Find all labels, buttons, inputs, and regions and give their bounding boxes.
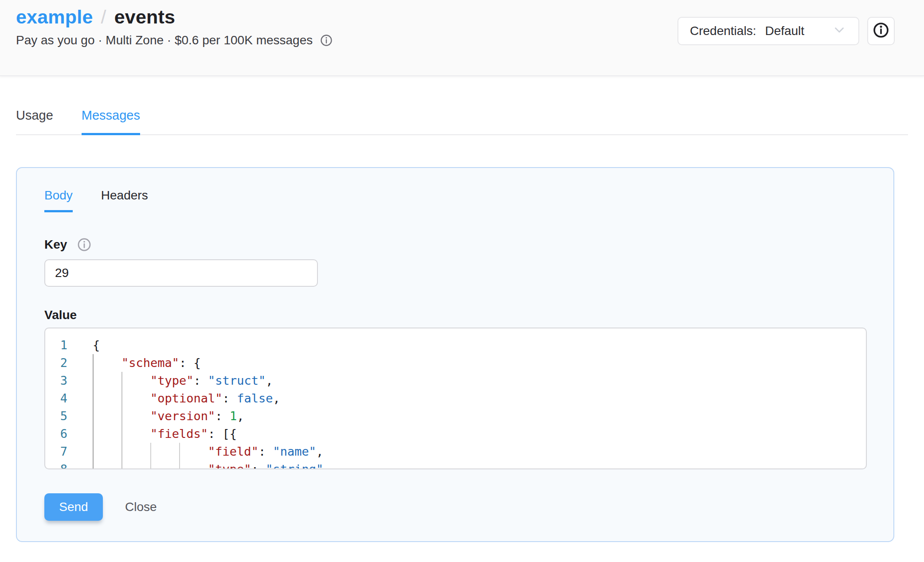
actions-row: Send Close [44, 493, 866, 521]
line-number: 8 [45, 461, 67, 469]
indent-guide [121, 372, 122, 390]
credentials-selected-value: Default [765, 24, 804, 38]
code-line: 2 "schema": { [45, 354, 866, 372]
tab-messages[interactable]: Messages [82, 108, 140, 134]
indent-guide [93, 372, 94, 390]
indent-guide [93, 425, 94, 443]
value-field-label-row: Value [44, 308, 866, 322]
indent-guide [121, 390, 122, 407]
indent-guide [150, 461, 151, 469]
tab-headers[interactable]: Headers [101, 188, 148, 212]
plan-subtitle: Pay as you go · Multi Zone · $0.6 per 10… [16, 33, 313, 47]
message-part-tabs: Body Headers [44, 188, 866, 212]
indent-guide [93, 390, 94, 407]
pricing-info-icon[interactable] [320, 34, 333, 47]
indent-guide [93, 461, 94, 469]
tab-body[interactable]: Body [44, 188, 73, 212]
code-line: 1{ [45, 336, 866, 354]
indent-guide [179, 461, 180, 469]
page-title: events [114, 6, 175, 28]
line-number: 2 [45, 354, 67, 372]
key-info-icon[interactable] [77, 237, 92, 252]
line-number: 3 [45, 372, 67, 390]
info-icon [872, 21, 890, 41]
value-label: Value [44, 308, 77, 322]
indent-guide [121, 443, 122, 461]
chevron-down-icon [832, 22, 847, 40]
breadcrumb-separator: / [101, 6, 106, 28]
indent-guide [121, 407, 122, 425]
produce-message-panel: Body Headers Key Value 1{2 "schema": {3 … [16, 167, 894, 542]
credentials-info-button[interactable] [867, 17, 895, 45]
line-number: 6 [45, 425, 67, 443]
indent-guide [121, 461, 122, 469]
breadcrumb-cluster-link[interactable]: example [16, 6, 93, 28]
value-editor[interactable]: 1{2 "schema": {3 "type": "struct",4 "opt… [44, 328, 867, 469]
code-line: 6 "fields": [{ [45, 425, 866, 443]
key-field-label-row: Key [44, 237, 866, 252]
main-content: Usage Messages Body Headers Key Value 1{… [0, 108, 924, 542]
code-line: 7 "field": "name", [45, 443, 866, 461]
key-label: Key [44, 238, 67, 252]
send-button[interactable]: Send [44, 493, 103, 521]
topic-tabs: Usage Messages [16, 108, 908, 135]
line-number: 7 [45, 443, 67, 461]
indent-guide [179, 443, 180, 461]
value-editor-lines: 1{2 "schema": {3 "type": "struct",4 "opt… [45, 336, 866, 469]
topbar: example / events Pay as you go · Multi Z… [0, 0, 924, 76]
code-line: 3 "type": "struct", [45, 372, 866, 390]
code-line: 5 "version": 1, [45, 407, 866, 425]
code-line: 4 "optional": false, [45, 390, 866, 407]
indent-guide [121, 425, 122, 443]
tab-usage[interactable]: Usage [16, 108, 53, 134]
indent-guide [93, 443, 94, 461]
indent-guide [93, 354, 94, 372]
key-input[interactable] [44, 259, 318, 287]
code-line: 8 "type": "string" [45, 461, 866, 469]
indent-guide [150, 443, 151, 461]
line-number: 5 [45, 407, 67, 425]
credentials-select[interactable]: Credentials: Default [677, 17, 859, 45]
close-button[interactable]: Close [125, 500, 157, 514]
credentials-label: Credentials: [690, 24, 756, 38]
line-number: 4 [45, 390, 67, 407]
indent-guide [93, 407, 94, 425]
line-number: 1 [45, 336, 67, 354]
